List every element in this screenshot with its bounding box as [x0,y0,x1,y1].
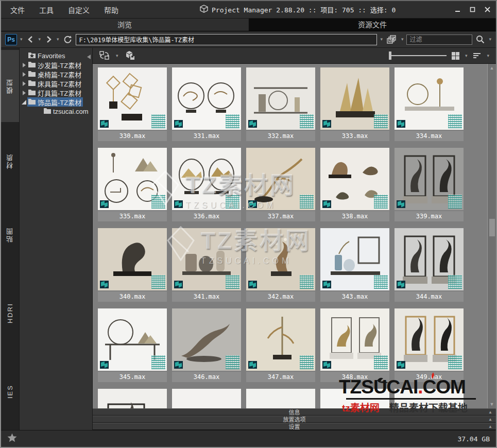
tree-item[interactable]: Favorites [21,51,91,60]
tree-item-content[interactable]: 床具篇-TZ素材 [27,79,83,88]
asset-thumbnail-bonsai-vase[interactable] [246,228,315,290]
asset-thumbnail-stone-plate[interactable] [98,228,167,290]
sort-caret[interactable]: ▾ [486,54,490,58]
tree-expand-icon[interactable] [21,91,27,95]
asset-card[interactable] [320,389,389,408]
asset-thumbnail-glass-cases[interactable] [320,308,389,371]
asset-card[interactable] [172,389,241,408]
tree-item[interactable]: 沙发篇-TZ素材 [21,60,91,70]
rollout-placement-options[interactable]: 放置选项 ▲ [93,416,496,423]
search-icon[interactable] [475,35,486,44]
asset-thumbnail-framed-pair[interactable] [395,228,464,290]
photoshop-dropdown-caret[interactable]: ▾ [20,37,23,42]
asset-card[interactable]: 338.max [320,148,389,221]
asset-card[interactable]: 347.max [246,308,315,382]
tree-expand-icon[interactable] [21,63,27,67]
asset-thumbnail-stones[interactable] [320,148,389,210]
asset-card[interactable]: 333.max [320,67,389,141]
slider-track[interactable] [389,55,447,56]
tree-item-content[interactable]: 饰品篇-TZ素材 [27,97,83,107]
asset-card[interactable] [246,389,315,408]
path-input[interactable] [76,34,378,45]
scrollbar-thumb[interactable] [489,219,495,236]
asset-card[interactable] [98,389,167,408]
asset-card[interactable]: 339.max [395,148,464,221]
minimize-button[interactable] [454,6,461,13]
asset-thumbnail-small-bonsai[interactable] [246,389,315,408]
tab-hdri[interactable]: HDRI [1,282,19,344]
asset-thumbnail-driftwood[interactable] [172,308,241,371]
tree-item[interactable]: 灯具篇-TZ素材 [21,88,91,97]
thumbnail-view-icon[interactable] [450,51,461,60]
asset-thumbnail-vases[interactable] [172,228,241,290]
scroll-down-icon[interactable]: ▼ [488,402,496,407]
tree-expand-icon[interactable] [21,72,27,77]
thumbnail-size-slider[interactable] [389,55,447,56]
tab-materials[interactable]: 材质 [1,130,19,192]
tab-browse[interactable]: 浏览 [1,19,248,31]
asset-thumbnail-white-frame[interactable] [172,389,241,408]
asset-thumbnail-shelf-display[interactable] [246,67,315,130]
tab-ies[interactable]: IES [1,361,19,423]
tree-item-content[interactable]: Favorites [27,51,66,60]
path-dropdown-caret[interactable]: ▾ [380,37,383,42]
asset-thumbnail-gold-frames[interactable] [395,308,464,371]
tree-item[interactable]: 饰品篇-TZ素材 [21,97,91,107]
forward-history-caret[interactable]: ▾ [56,37,60,42]
asset-thumbnail-blank[interactable] [320,389,389,408]
asset-thumbnail-vases-frame[interactable] [320,228,389,290]
asset-card[interactable]: 337.max [246,148,315,221]
menu-tools[interactable]: 工具 [39,5,54,15]
rollout-info[interactable]: 信息 ▲ [93,408,496,416]
asset-thumbnail-blank[interactable] [395,389,464,408]
asset-card[interactable]: 345.max [98,308,167,382]
view-options-icon[interactable] [386,35,398,44]
tree-item-content[interactable]: 桌椅篇-TZ素材 [27,70,83,79]
scroll-up-icon[interactable]: ▲ [488,65,496,71]
tab-maps[interactable]: 贴图 [1,204,19,266]
slider-knob[interactable] [389,51,391,60]
asset-card[interactable]: 340.max [98,228,167,302]
asset-card[interactable]: 342.max [246,228,315,302]
sort-icon[interactable] [471,52,483,59]
close-button[interactable] [484,6,491,13]
asset-thumbnail-wire-table[interactable] [98,389,167,408]
tree-expand-icon[interactable] [21,100,27,105]
asset-thumbnail-double-rings[interactable] [172,67,241,130]
tree-expand-icon[interactable] [21,81,27,86]
asset-card[interactable]: 334.max [395,67,464,141]
asset-thumbnail-ring-table[interactable] [98,308,167,371]
rollout-settings[interactable]: 设置 ▲ [93,423,496,430]
asset-card[interactable]: 349.max [395,308,464,382]
forward-button[interactable] [44,36,54,43]
tree-item-content[interactable]: 沙发篇-TZ素材 [27,60,83,70]
asset-card[interactable]: 341.max [172,228,241,302]
menu-help[interactable]: 帮助 [104,5,118,15]
asset-card[interactable]: 343.max [320,228,389,302]
save-model-icon[interactable] [123,50,136,61]
asset-thumbnail-gold-panels[interactable] [320,67,389,130]
asset-card[interactable]: 346.max [172,308,241,382]
photoshop-button[interactable]: Ps [5,34,17,45]
asset-thumbnail-circle-mountain[interactable] [172,148,241,210]
asset-card[interactable]: 335.max [98,148,167,221]
asset-thumbnail-branch-stand[interactable] [246,308,315,371]
back-history-caret[interactable]: ▾ [38,37,42,42]
asset-card[interactable]: 344.max [395,228,464,302]
asset-card[interactable]: 330.max [98,67,167,141]
asset-thumbnail-ornaments[interactable] [395,67,464,130]
filter-input[interactable] [406,35,472,45]
view-options-caret[interactable]: ▾ [401,37,404,42]
asset-thumbnail-framed-pair[interactable] [395,148,464,210]
menu-file[interactable]: 文件 [10,5,25,15]
asset-card[interactable]: 336.max [172,148,241,221]
tree-item[interactable]: 桌椅篇-TZ素材 [21,70,91,79]
refresh-button[interactable] [62,35,73,44]
asset-card[interactable]: 332.max [246,67,315,141]
asset-card[interactable]: 348.max [320,308,389,382]
tree-item[interactable]: 床具篇-TZ素材 [21,79,91,88]
asset-thumbnail-gold-branch[interactable] [246,148,315,210]
replace-asset-icon[interactable] [98,50,111,61]
asset-thumbnail-quad-scenes[interactable] [98,148,167,210]
tree-item[interactable]: tzsucai.com [21,107,91,116]
